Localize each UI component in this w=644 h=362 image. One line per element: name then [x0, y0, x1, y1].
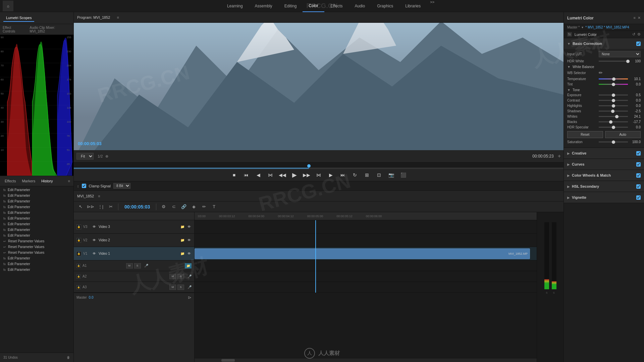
- vignette-checkbox[interactable]: [636, 195, 641, 200]
- type-tool[interactable]: T: [210, 203, 218, 211]
- fit-selector[interactable]: Fit: [76, 153, 94, 160]
- track-vis-v3[interactable]: 👁: [92, 225, 97, 229]
- ripple-edit-tool[interactable]: ⋮|: [97, 203, 105, 211]
- step-back-button[interactable]: ⏮: [241, 170, 251, 180]
- track-lock-v1[interactable]: 🔒: [76, 251, 81, 256]
- nav-editing[interactable]: Editing: [278, 0, 303, 12]
- saturation-slider[interactable]: [599, 141, 628, 142]
- tab-effect-controls[interactable]: Effect Controls: [3, 26, 24, 33]
- frame-fwd-button[interactable]: ▶: [326, 170, 335, 180]
- solo-btn-a3[interactable]: S: [177, 285, 184, 290]
- frame-back-button[interactable]: ◀: [254, 170, 263, 180]
- history-menu-icon[interactable]: ≡: [68, 179, 70, 183]
- white-balance-toggle[interactable]: ▼: [567, 65, 571, 69]
- curves-checkbox[interactable]: [636, 162, 641, 167]
- hsl-secondary-checkbox[interactable]: [636, 184, 641, 189]
- creative-header[interactable]: ▶ Creative: [564, 148, 644, 159]
- solo-btn-a1[interactable]: S: [134, 263, 141, 268]
- basic-correction-header[interactable]: ▼ Basic Correction: [564, 38, 644, 49]
- auto-button[interactable]: Auto: [605, 131, 641, 138]
- export-button[interactable]: ⬛: [398, 170, 408, 180]
- lumetri-close-icon[interactable]: ✕: [638, 16, 641, 20]
- basic-correction-checkbox[interactable]: [636, 42, 641, 46]
- safe-margins-button[interactable]: ⊞: [362, 170, 372, 180]
- loop-button[interactable]: ↻: [350, 170, 360, 180]
- track-vis-v1[interactable]: 👁: [92, 251, 97, 256]
- timeline-scrollbar[interactable]: [195, 358, 537, 362]
- curves-header[interactable]: ▶ Curves: [564, 159, 644, 170]
- track-lock-a1[interactable]: 🔒: [76, 264, 80, 268]
- play-button[interactable]: ▶: [290, 170, 299, 180]
- mute-btn-a3[interactable]: M: [169, 285, 176, 290]
- hdr-white-slider[interactable]: [599, 61, 628, 62]
- track-select-tool[interactable]: ⊳⊳: [87, 203, 95, 211]
- nav-learning[interactable]: Learning: [221, 0, 249, 12]
- clamp-signal-checkbox[interactable]: [82, 184, 86, 188]
- timeline-menu-icon[interactable]: ≡: [98, 194, 100, 198]
- reset-button[interactable]: Reset: [567, 131, 603, 138]
- nav-more[interactable]: >>: [427, 0, 438, 12]
- input-lut-select[interactable]: None: [599, 51, 641, 57]
- creative-checkbox[interactable]: [636, 151, 641, 156]
- tab-history[interactable]: History: [40, 178, 54, 184]
- mute-btn-a1[interactable]: M: [126, 263, 133, 268]
- sequence-settings[interactable]: ⚙: [160, 203, 168, 211]
- source-dropdown-icon[interactable]: ▾: [582, 25, 583, 29]
- step-fwd-button[interactable]: ⏭: [338, 170, 347, 180]
- tab-lumetri-scopes[interactable]: Lumetri Scopes: [3, 14, 34, 22]
- shadows-slider[interactable]: [599, 111, 628, 112]
- tint-slider[interactable]: [599, 84, 628, 85]
- track-sync-v1[interactable]: 📁: [180, 251, 185, 256]
- track-edit-v3[interactable]: 👁: [187, 225, 192, 229]
- master-expand[interactable]: ⊳: [188, 295, 192, 300]
- color-wheels-header[interactable]: ▶ Color Wheels & Match: [564, 170, 644, 181]
- track-channel-a1[interactable]: 📁: [185, 263, 192, 268]
- fx-reset-icon[interactable]: ↺: [632, 32, 635, 37]
- track-edit-v2[interactable]: 👁: [187, 238, 192, 243]
- track-lock-v3[interactable]: 🔒: [76, 225, 81, 229]
- camera-button[interactable]: 📷: [386, 170, 396, 180]
- mark-out-button[interactable]: ⋈: [314, 170, 323, 180]
- track-sync-v3[interactable]: 📁: [180, 225, 185, 229]
- tone-toggle[interactable]: ▼: [567, 88, 571, 92]
- fast-fwd-button[interactable]: ▶▶: [302, 170, 311, 180]
- video-clip-mv1852[interactable]: MVI_1852.MP: [195, 248, 530, 259]
- select-tool[interactable]: ↖: [76, 203, 85, 211]
- home-button[interactable]: ⌂: [3, 1, 13, 11]
- hdr-specular-slider[interactable]: [599, 127, 628, 128]
- vignette-header[interactable]: ▶ Vignette: [564, 192, 644, 203]
- exposure-slider[interactable]: [599, 95, 628, 96]
- add-icon[interactable]: +: [558, 153, 561, 159]
- nav-audio[interactable]: Audio: [348, 0, 371, 12]
- eyedropper-icon[interactable]: ✏: [599, 70, 603, 75]
- blacks-slider[interactable]: [599, 121, 628, 122]
- hsl-secondary-header[interactable]: ▶ HSL Secondary: [564, 181, 644, 192]
- track-lock-v2[interactable]: 🔒: [76, 238, 81, 243]
- nav-libraries[interactable]: Libraries: [399, 0, 427, 12]
- tab-effects[interactable]: Effects: [3, 178, 17, 184]
- track-lock-a2[interactable]: 🔒: [76, 275, 80, 279]
- track-sync-v2[interactable]: 📁: [180, 238, 185, 243]
- mute-btn-a2[interactable]: M: [169, 274, 176, 279]
- mark-in-button[interactable]: ⋈: [266, 170, 275, 180]
- nav-effects[interactable]: Effects: [324, 0, 348, 12]
- nav-assembly[interactable]: Assembly: [249, 0, 278, 12]
- rewind-button[interactable]: ◀◀: [278, 170, 287, 180]
- track-edit-v1[interactable]: 👁: [187, 251, 192, 256]
- tab-markers[interactable]: Markers: [20, 178, 37, 184]
- stop-button[interactable]: ■: [229, 170, 239, 180]
- razor-tool[interactable]: ✂: [107, 203, 115, 211]
- nav-graphics[interactable]: Graphics: [371, 0, 399, 12]
- bit-depth-selector[interactable]: 8 Bit: [113, 183, 130, 189]
- monitor-menu-icon[interactable]: ≡: [117, 15, 119, 19]
- whites-slider[interactable]: [599, 116, 628, 117]
- track-lock-a3[interactable]: 🔒: [76, 285, 80, 289]
- fx-settings-icon[interactable]: ⚙: [637, 32, 641, 37]
- temperature-slider[interactable]: [599, 78, 628, 79]
- multi-cam-button[interactable]: ⊡: [374, 170, 384, 180]
- pencil-tool[interactable]: ✏: [200, 203, 208, 211]
- lumetri-menu-icon[interactable]: ≡: [634, 16, 636, 20]
- solo-btn-a2[interactable]: S: [177, 274, 184, 279]
- contrast-slider[interactable]: [599, 100, 628, 101]
- tab-audio-clip-mixer[interactable]: Audio Clip Mixer: MVI_1852: [30, 26, 71, 33]
